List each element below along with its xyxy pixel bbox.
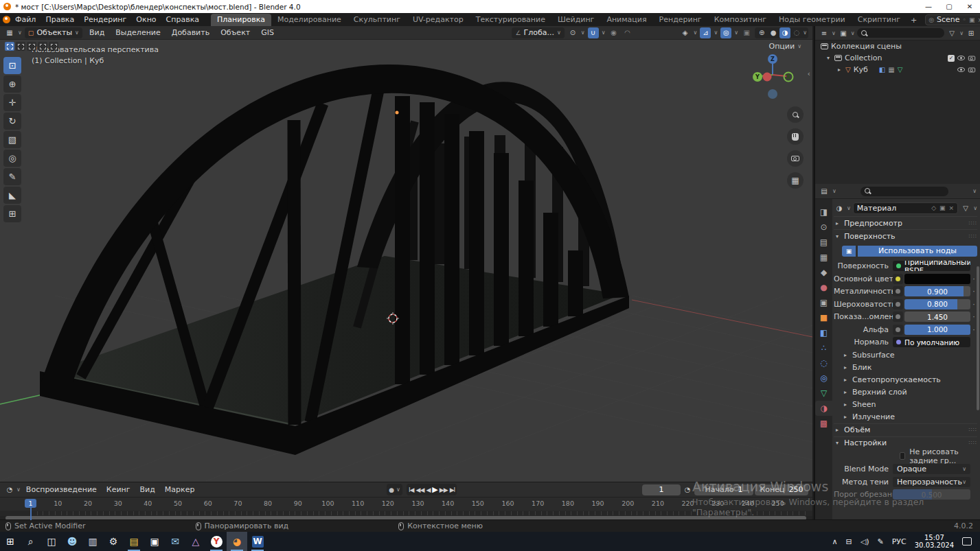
viewport-menu-item[interactable]: Добавить xyxy=(168,28,214,37)
workspace-tab[interactable]: Композитинг xyxy=(708,14,773,26)
properties-tab-material[interactable]: ◑ xyxy=(815,401,832,416)
workspace-tab[interactable]: UV-редактор xyxy=(407,14,470,26)
outliner-row-cube[interactable]: ▸ ▽ Куб ◧ ▦ ▽ xyxy=(815,64,980,75)
taskbar-system-monitor-icon[interactable]: ▥ xyxy=(82,532,103,551)
outliner-row-collection[interactable]: ▾ Collection ✓ xyxy=(815,52,980,64)
properties-tab-constraints[interactable]: ◎ xyxy=(815,371,832,386)
shading-solid-button[interactable]: ● xyxy=(768,27,779,38)
workspace-tab[interactable]: Ноды геометрии xyxy=(773,14,852,26)
record-icon[interactable]: ● xyxy=(389,486,394,493)
new-collection-button[interactable]: ⊞ xyxy=(966,27,977,38)
timeline-menu-item[interactable]: Воспроизведение xyxy=(22,485,101,494)
select-mode-set[interactable] xyxy=(5,42,14,51)
tray-pen-icon[interactable]: ✎ xyxy=(877,537,883,546)
panel-grip-icon[interactable]: ∷∷ xyxy=(969,220,977,226)
xray-toggle-button[interactable]: ▣ xyxy=(741,27,752,38)
timeline-ruler[interactable]: 1020304050607080901001101201301401501601… xyxy=(0,497,812,511)
frame-start-field[interactable]: Начало 1 xyxy=(694,484,753,495)
outliner-display-mode-button[interactable]: ≡ xyxy=(819,27,830,38)
properties-tab-modifiers[interactable]: ◧ xyxy=(815,325,832,340)
tray-network-icon[interactable]: ⊟ xyxy=(846,537,852,546)
taskbar-word-icon[interactable]: W xyxy=(247,532,268,551)
outliner-filter-button[interactable]: ▽ xyxy=(946,27,957,38)
duplicate-material-icon[interactable]: ▣ xyxy=(939,204,946,211)
taskbar-yandex-browser-icon[interactable]: Y xyxy=(206,532,227,551)
properties-tab-object[interactable]: ■ xyxy=(815,310,832,325)
outliner-row-scene-collection[interactable]: Коллекция сцены xyxy=(815,40,980,52)
animate-property-dot[interactable]: · xyxy=(970,287,977,296)
properties-tab-scene[interactable]: ◆ xyxy=(815,265,832,280)
sidebar-collapse-icon[interactable]: ‹ xyxy=(808,69,810,78)
taskbar-store-icon[interactable]: ▣ xyxy=(144,532,165,551)
selectability-checkbox[interactable]: ✓ xyxy=(948,55,955,62)
panel-surface[interactable]: ▾ Поверхность ∷∷ xyxy=(834,229,977,242)
topbar-menu-item[interactable]: Окно xyxy=(131,15,161,24)
jump-to-end-button[interactable]: ▶Ι xyxy=(450,486,455,493)
record-button-box[interactable]: ● ∨ xyxy=(387,484,402,495)
use-nodes-button[interactable]: Использовать ноды xyxy=(858,246,977,257)
auto-keying-clock-button[interactable]: ◔ xyxy=(682,484,693,495)
properties-tab-particles[interactable]: ∴ xyxy=(815,340,832,355)
properties-tab-physics[interactable]: ◌ xyxy=(815,355,832,371)
workspace-tab[interactable]: Анимация xyxy=(600,14,652,26)
workspace-tab[interactable]: Шейдинг xyxy=(551,14,600,26)
animate-property-dot[interactable]: · xyxy=(970,300,977,309)
timeline-menu-item[interactable]: Вид xyxy=(136,485,159,494)
taskbar-settings-icon[interactable]: ⚙ xyxy=(103,532,124,551)
expand-icon[interactable]: ▾ xyxy=(825,55,832,61)
properties-tab-world[interactable]: ● xyxy=(815,280,832,295)
select-mode-subtract[interactable] xyxy=(27,42,36,51)
pan-button[interactable] xyxy=(787,128,804,145)
backface-checkbox[interactable] xyxy=(900,452,905,460)
transform-orientation-dropdown[interactable]: ∠ Глоба... ∨ xyxy=(512,27,564,38)
timeline-menu-item[interactable]: Маркер xyxy=(161,485,199,494)
action-center-icon[interactable] xyxy=(962,537,972,546)
cursor-tool[interactable]: ⊕ xyxy=(3,75,21,93)
scale-tool[interactable]: ▧ xyxy=(3,131,21,148)
taskbar-mail-icon[interactable]: ✉ xyxy=(165,532,185,551)
material-specials-button[interactable]: ▽ xyxy=(960,202,971,213)
collapsed-subpanel[interactable]: ▸ Блик xyxy=(834,362,977,374)
zoom-button[interactable] xyxy=(787,106,804,123)
tray-volume-icon[interactable]: ◁) xyxy=(861,537,869,546)
annotate-tool[interactable]: ✎ xyxy=(3,168,21,185)
shading-chevron-icon[interactable]: ∨ xyxy=(803,30,807,36)
outliner-search-input[interactable] xyxy=(857,28,944,38)
modifier-stack-icon[interactable]: ▦ xyxy=(888,66,894,73)
next-keyframe-button[interactable]: ▶▶ xyxy=(440,486,448,493)
language-indicator[interactable]: РУС xyxy=(892,537,907,546)
timeline-ticks[interactable] xyxy=(0,511,812,516)
collapsed-subpanel[interactable]: ▸ Sheen xyxy=(834,399,977,411)
gizmos-button[interactable]: ⊿ xyxy=(700,27,711,38)
shadow-method-dropdown[interactable]: Непрозрачность ∨ xyxy=(893,477,970,487)
property-field[interactable]: 1.000 xyxy=(904,325,970,335)
play-button[interactable]: ▶ xyxy=(432,485,437,494)
shading-material-preview-button[interactable]: ◑ xyxy=(779,27,790,38)
play-reverse-button[interactable]: ◀ xyxy=(426,486,430,493)
window-titlebar[interactable]: * мост [C:\Users\Марс\Desktop\блендер\ко… xyxy=(0,0,980,13)
property-field[interactable]: 0.900 xyxy=(904,286,970,296)
modifier-wrench-icon[interactable]: ◧ xyxy=(879,66,885,73)
hide-eye-icon[interactable] xyxy=(957,56,965,60)
collapsed-subpanel[interactable]: ▸ Subsurface xyxy=(834,349,977,362)
material-name-field[interactable]: Материал ◇ ▣ × xyxy=(853,202,958,214)
new-scene-icon[interactable]: ▣ xyxy=(969,16,975,23)
prev-keyframe-button[interactable]: ◀◀ xyxy=(416,486,424,493)
viewport-menu-item[interactable]: Выделение xyxy=(111,28,165,37)
workspace-tab[interactable]: Рендеринг xyxy=(653,14,708,26)
properties-tab-data[interactable]: ▽ xyxy=(815,386,832,401)
render-visibility-icon[interactable] xyxy=(968,67,975,72)
add-workspace-button[interactable]: + xyxy=(907,14,921,26)
viewport-menu-item[interactable]: Объект xyxy=(216,28,254,37)
properties-options-chevron-icon[interactable]: ∨ xyxy=(972,188,977,194)
select-box-tool[interactable]: ⊡ xyxy=(3,57,21,74)
orthographic-toggle-button[interactable]: ▦ xyxy=(787,172,804,189)
topbar-menu-item[interactable]: Файл xyxy=(10,15,41,24)
render-visibility-icon[interactable] xyxy=(968,56,975,60)
property-toggle-button[interactable] xyxy=(893,274,903,284)
timeline-editor-type-button[interactable]: ◔ xyxy=(4,484,15,495)
current-frame-marker[interactable]: 1 xyxy=(25,499,36,508)
taskbar-start-icon[interactable]: ⊞ xyxy=(0,532,21,551)
camera-view-button[interactable] xyxy=(787,150,804,167)
delete-scene-icon[interactable]: × xyxy=(977,16,980,23)
